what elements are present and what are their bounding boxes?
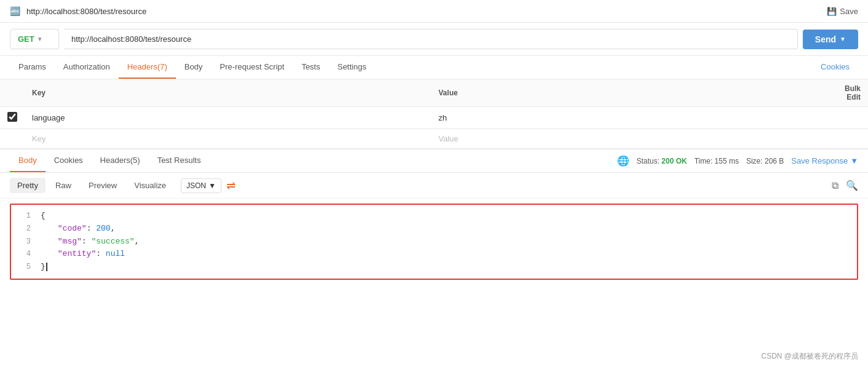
row-checkbox-1[interactable] [7, 112, 17, 122]
json-line-3: 3 "msg": "success", [18, 236, 850, 248]
wrap-icon[interactable]: ⇌ [226, 179, 236, 192]
body-format-row: Pretty Raw Preview Visualize JSON ▼ ⇌ ⧉ … [0, 173, 868, 199]
tab-tests[interactable]: Tests [293, 56, 328, 79]
response-section: Body Cookies Headers(5) Test Results 🌐 S… [0, 149, 868, 285]
tab-params[interactable]: Params [10, 56, 55, 79]
value-cell-1[interactable]: zh [431, 107, 837, 129]
url-bar-address: http://localhost:8080/test/resource [26, 7, 821, 16]
status-label: Status: 200 OK [637, 157, 687, 165]
format-tab-pretty[interactable]: Pretty [10, 178, 46, 193]
method-selector[interactable]: GET ▼ [10, 29, 59, 49]
url-input[interactable] [64, 29, 798, 49]
format-tab-visualize[interactable]: Visualize [127, 178, 173, 193]
response-tab-headers[interactable]: Headers(5) [92, 149, 149, 172]
tab-cookies-link[interactable]: Cookies [812, 56, 858, 79]
headers-table: Key Value Bulk Edit language zh [0, 79, 868, 149]
request-tabs: Params Authorization Headers(7) Body Pre… [0, 56, 868, 79]
format-tab-preview[interactable]: Preview [81, 178, 124, 193]
method-chevron-icon: ▼ [37, 36, 43, 42]
json-line-4: 4 "entity": null [18, 248, 850, 261]
code-view: 1{ 2 "code": 200, 3 "msg": "success", 4 … [0, 199, 868, 285]
key-column-header: Key [25, 79, 431, 107]
json-response-box: 1{ 2 "code": 200, 3 "msg": "success", 4 … [10, 204, 858, 280]
json-line-1: 1{ [18, 210, 850, 223]
save-response-button[interactable]: Save Response ▼ [791, 156, 858, 165]
url-bar: 🔤 http://localhost:8080/test/resource 💾 … [0, 0, 868, 23]
save-icon: 💾 [827, 7, 837, 16]
tab-headers[interactable]: Headers(7) [119, 56, 176, 79]
tab-settings[interactable]: Settings [328, 56, 375, 79]
size-label: Size: 206 B [746, 157, 784, 165]
headers-area: Key Value Bulk Edit language zh [0, 79, 868, 149]
tab-pre-request[interactable]: Pre-request Script [211, 56, 293, 79]
json-format-selector[interactable]: JSON ▼ [181, 178, 221, 193]
key-cell-empty[interactable]: Key [25, 129, 431, 149]
send-chevron-icon: ▼ [840, 36, 846, 42]
table-row: Key Value [0, 129, 868, 149]
save-button-top[interactable]: 💾 Save [827, 7, 858, 16]
globe-icon: 🌐 [617, 155, 629, 167]
url-bar-icon: 🔤 [10, 6, 20, 16]
search-icon[interactable]: 🔍 [846, 180, 858, 191]
copy-icon[interactable]: ⧉ [832, 180, 838, 191]
response-tab-test-results[interactable]: Test Results [149, 149, 210, 172]
response-tabs: Body Cookies Headers(5) Test Results 🌐 S… [0, 149, 868, 173]
tab-authorization[interactable]: Authorization [55, 56, 119, 79]
method-label: GET [18, 34, 34, 44]
send-button[interactable]: Send ▼ [803, 30, 858, 49]
json-line-2: 2 "code": 200, [18, 223, 850, 236]
checkbox-header [0, 79, 25, 107]
bulk-edit-button[interactable]: Bulk Edit [837, 79, 868, 107]
value-column-header: Value [431, 79, 837, 107]
json-line-5: 5} [18, 261, 850, 274]
request-bar: GET ▼ Send ▼ [0, 23, 868, 56]
tab-body[interactable]: Body [176, 56, 212, 79]
format-tab-raw[interactable]: Raw [48, 178, 79, 193]
table-row: language zh [0, 107, 868, 129]
response-tab-body[interactable]: Body [10, 149, 46, 172]
value-cell-empty[interactable]: Value [431, 129, 837, 149]
response-tab-cookies[interactable]: Cookies [46, 149, 92, 172]
time-label: Time: 155 ms [695, 157, 739, 165]
json-selector-chevron-icon: ▼ [209, 181, 216, 190]
save-response-chevron-icon: ▼ [850, 156, 858, 165]
response-meta: 🌐 Status: 200 OK Time: 155 ms Size: 206 … [617, 155, 858, 167]
key-cell-1[interactable]: language [25, 107, 431, 129]
